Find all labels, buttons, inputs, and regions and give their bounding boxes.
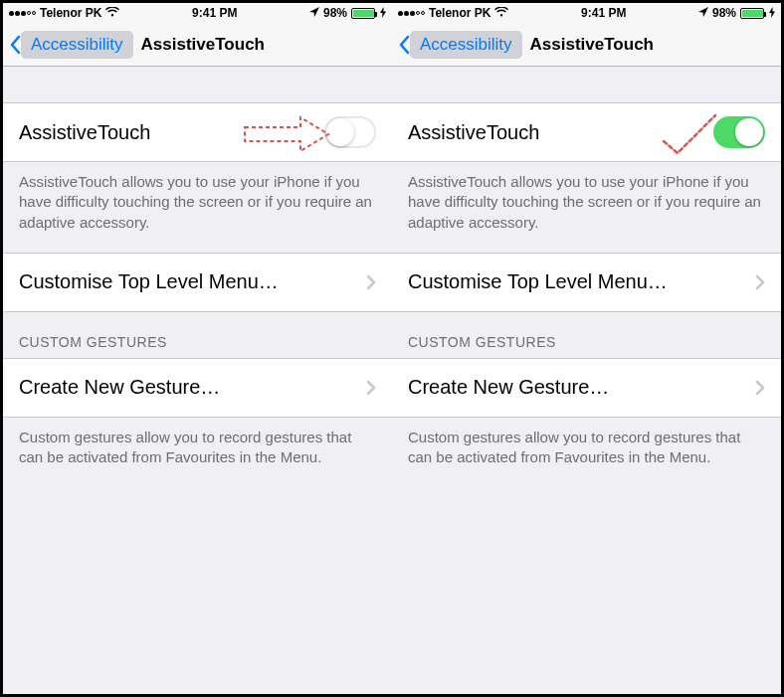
create-gesture-row[interactable]: Create New Gesture… <box>392 358 781 418</box>
signal-dots-icon <box>9 11 36 16</box>
carrier-label: Telenor PK <box>429 6 490 20</box>
status-bar: Telenor PK 9:41 PM 98% <box>3 3 392 23</box>
assistivetouch-label: AssistiveTouch <box>408 121 539 144</box>
nav-bar: Accessibility AssistiveTouch <box>3 23 392 67</box>
chevron-right-icon <box>366 380 376 396</box>
location-icon <box>309 7 319 19</box>
carrier-label: Telenor PK <box>40 6 101 20</box>
wifi-icon <box>105 6 119 20</box>
custom-gestures-footer: Custom gestures allow you to record gest… <box>392 418 781 488</box>
battery-icon <box>740 8 764 19</box>
charging-icon <box>380 7 386 20</box>
wifi-icon <box>494 6 508 20</box>
customise-menu-row[interactable]: Customise Top Level Menu… <box>392 253 781 312</box>
back-label: Accessibility <box>21 31 133 59</box>
assistivetouch-footer: AssistiveTouch allows you to use your iP… <box>3 162 392 253</box>
create-gesture-label: Create New Gesture… <box>408 376 609 399</box>
battery-icon <box>351 8 375 19</box>
clock-label: 9:41 PM <box>581 6 626 20</box>
assistivetouch-toggle[interactable] <box>324 116 376 148</box>
screenshot-left: Telenor PK 9:41 PM 98% Accessibility Ass… <box>3 3 392 694</box>
annotation-arrow-icon <box>243 113 332 160</box>
custom-gestures-header: CUSTOM GESTURES <box>3 312 392 358</box>
customise-menu-label: Customise Top Level Menu… <box>19 270 279 293</box>
customise-menu-row[interactable]: Customise Top Level Menu… <box>3 253 392 312</box>
custom-gestures-header: CUSTOM GESTURES <box>392 312 781 358</box>
create-gesture-label: Create New Gesture… <box>19 376 220 399</box>
customise-menu-label: Customise Top Level Menu… <box>408 270 668 293</box>
signal-dots-icon <box>398 11 425 16</box>
assistivetouch-label: AssistiveTouch <box>19 121 150 144</box>
chevron-right-icon <box>755 380 765 396</box>
assistivetouch-toggle[interactable] <box>713 116 765 148</box>
page-title: AssistiveTouch <box>530 35 654 55</box>
back-button[interactable]: Accessibility <box>398 31 522 59</box>
battery-pct-label: 98% <box>323 6 347 20</box>
nav-bar: Accessibility AssistiveTouch <box>392 23 781 67</box>
assistivetouch-toggle-row[interactable]: AssistiveTouch <box>392 102 781 162</box>
assistivetouch-toggle-row[interactable]: AssistiveTouch <box>3 102 392 162</box>
clock-label: 9:41 PM <box>192 6 237 20</box>
chevron-right-icon <box>366 274 376 290</box>
status-bar: Telenor PK 9:41 PM 98% <box>392 3 781 23</box>
chevron-left-icon <box>398 35 410 55</box>
create-gesture-row[interactable]: Create New Gesture… <box>3 358 392 418</box>
battery-pct-label: 98% <box>712 6 736 20</box>
back-label: Accessibility <box>410 31 522 59</box>
custom-gestures-footer: Custom gestures allow you to record gest… <box>3 418 392 488</box>
page-title: AssistiveTouch <box>141 35 265 55</box>
back-button[interactable]: Accessibility <box>9 31 133 59</box>
location-icon <box>698 7 708 19</box>
assistivetouch-footer: AssistiveTouch allows you to use your iP… <box>392 162 781 253</box>
charging-icon <box>769 7 775 20</box>
annotation-check-icon <box>660 111 719 164</box>
chevron-right-icon <box>755 274 765 290</box>
screenshot-right: Telenor PK 9:41 PM 98% Accessibility Ass… <box>392 3 781 694</box>
chevron-left-icon <box>9 35 21 55</box>
